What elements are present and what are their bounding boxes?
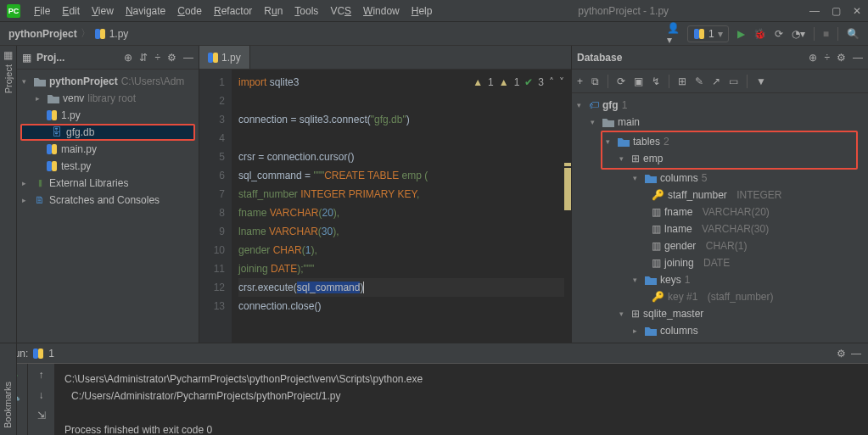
- menu-window[interactable]: Window: [358, 3, 405, 19]
- collapse-icon[interactable]: ÷: [154, 52, 160, 64]
- chevron-right-icon[interactable]: ▸: [22, 196, 31, 204]
- profile-icon[interactable]: ◔▾: [792, 28, 805, 40]
- gear-icon[interactable]: ⚙: [837, 348, 846, 360]
- run-config-selector[interactable]: 1 ▾: [687, 25, 729, 42]
- maximize-icon[interactable]: ▢: [832, 5, 841, 17]
- project-tool-label[interactable]: Project: [3, 61, 14, 97]
- tree-item-testpy[interactable]: test.py: [17, 158, 199, 175]
- project-view-icon[interactable]: ▦: [22, 52, 31, 64]
- user-icon[interactable]: 👤▾: [667, 28, 679, 40]
- tree-item-gfgdb[interactable]: 🗄 gfg.db: [20, 124, 195, 141]
- db-tables-label: tables: [633, 136, 660, 148]
- menu-view[interactable]: View: [87, 3, 119, 19]
- menu-file[interactable]: File: [29, 3, 55, 19]
- db-tables-folder[interactable]: ▾ tables 2: [602, 133, 856, 150]
- db-sm-columns[interactable]: ▸ columns: [572, 322, 868, 339]
- db-column[interactable]: ▥joining DATE: [572, 254, 868, 271]
- chevron-down-icon[interactable]: ▾: [633, 174, 641, 182]
- db-columns-count: 5: [702, 172, 708, 184]
- db-sqlite-master[interactable]: ▾ ⊞ sqlite_master: [572, 305, 868, 322]
- chevron-down-icon[interactable]: ▾: [22, 77, 31, 86]
- menu-run[interactable]: Run: [259, 3, 288, 19]
- db-column[interactable]: ▥lname VARCHAR(30): [572, 220, 868, 237]
- menu-help[interactable]: Help: [406, 3, 438, 19]
- menu-vcs[interactable]: VCS: [325, 3, 356, 19]
- filter-icon[interactable]: ▼: [756, 75, 766, 87]
- chevron-down-icon[interactable]: ▾: [633, 276, 641, 284]
- menu-refactor[interactable]: Refactor: [209, 3, 257, 19]
- gear-icon[interactable]: ⚙: [837, 52, 846, 64]
- editor-tab-1py[interactable]: 1.py: [199, 46, 250, 69]
- gear-icon[interactable]: ⚙: [167, 52, 176, 64]
- folder-icon: [48, 92, 59, 104]
- add-icon[interactable]: +: [577, 75, 583, 87]
- chevron-down-icon[interactable]: ▾: [591, 118, 599, 126]
- tree-external-libs[interactable]: ▸ ⦀ External Libraries: [17, 175, 199, 192]
- duplicate-icon[interactable]: ⧉: [591, 75, 599, 87]
- database-tree: ▾ 🏷 gfg 1 ▾ main ▾ tables 2 ▾ ⊞: [572, 93, 868, 343]
- tree-item-1py[interactable]: 1.py: [17, 107, 199, 124]
- menu-navigate[interactable]: Navigate: [120, 3, 171, 19]
- db-column[interactable]: ▥gender CHAR(1): [572, 237, 868, 254]
- chevron-up-icon[interactable]: ˄: [549, 73, 554, 92]
- project-tool-icon[interactable]: ▦: [3, 49, 13, 61]
- hide-icon[interactable]: —: [183, 52, 193, 64]
- jump-icon[interactable]: ↗: [712, 75, 720, 87]
- expand-icon[interactable]: ⇵: [139, 52, 148, 64]
- console-icon[interactable]: ▭: [729, 75, 738, 87]
- target-icon[interactable]: ⊕: [124, 52, 132, 64]
- db-column[interactable]: 🔑staff_number INTEGER: [572, 187, 868, 204]
- run-button-icon[interactable]: ▶: [737, 28, 745, 40]
- error-stripe[interactable]: [563, 70, 571, 343]
- menu-code[interactable]: Code: [172, 3, 207, 19]
- chevron-down-icon[interactable]: ▾: [619, 310, 628, 318]
- debug-button-icon[interactable]: 🐞: [753, 28, 766, 40]
- breadcrumb-file[interactable]: 1.py: [94, 28, 129, 40]
- tx-icon[interactable]: ↯: [652, 75, 660, 87]
- coverage-icon[interactable]: ⟳: [775, 28, 783, 40]
- breadcrumb-project[interactable]: pythonProject: [8, 28, 77, 40]
- db-datasource[interactable]: ▾ 🏷 gfg 1: [572, 97, 868, 114]
- chevron-down-icon[interactable]: ▾: [577, 101, 585, 109]
- chevron-right-icon[interactable]: ▸: [633, 326, 641, 335]
- db-column[interactable]: ▥fname VARCHAR(20): [572, 204, 868, 220]
- window-title: pythonProject - 1.py: [437, 5, 809, 17]
- close-icon[interactable]: ✕: [853, 5, 861, 17]
- inspection-widget[interactable]: ▲1 ▲1 ✔3 ˄˅: [473, 73, 564, 92]
- db-keys-folder[interactable]: ▾ keys 1: [572, 271, 868, 288]
- code-area[interactable]: ▲1 ▲1 ✔3 ˄˅ import sqlite3 connection = …: [232, 70, 571, 343]
- bookmarks-label[interactable]: Bookmarks: [3, 382, 13, 428]
- stop-button-icon[interactable]: ■: [823, 28, 829, 40]
- db-table-emp[interactable]: ▾ ⊞ emp: [602, 150, 856, 167]
- chevron-down-icon[interactable]: ▾: [606, 137, 614, 146]
- chevron-right-icon[interactable]: ▸: [22, 179, 31, 187]
- table-icon[interactable]: ⊞: [678, 75, 686, 87]
- tree-item-venv[interactable]: ▸ venv library root: [17, 90, 199, 107]
- tree-item-mainpy[interactable]: main.py: [17, 141, 199, 158]
- editor-body[interactable]: 12345678910111213 ▲1 ▲1 ✔3 ˄˅ import sql…: [199, 70, 571, 343]
- chevron-right-icon[interactable]: ▸: [36, 94, 44, 103]
- collapse-icon[interactable]: ÷: [824, 52, 830, 64]
- search-icon[interactable]: 🔍: [847, 28, 860, 40]
- minimize-icon[interactable]: —: [809, 5, 820, 17]
- menu-edit[interactable]: Edit: [57, 3, 85, 19]
- menu-tools[interactable]: Tools: [289, 3, 323, 19]
- tree-scratches[interactable]: ▸ 🗎 Scratches and Consoles: [17, 192, 199, 209]
- tree-root[interactable]: ▾ pythonProject C:\Users\Adm: [17, 73, 199, 90]
- edit-icon[interactable]: ✎: [695, 75, 703, 87]
- down-icon[interactable]: ↓: [39, 389, 44, 401]
- chevron-down-icon[interactable]: ▾: [619, 154, 628, 163]
- tree-item-label: 1.py: [61, 109, 81, 121]
- db-schema-main[interactable]: ▾ main: [572, 114, 868, 131]
- db-col-type: CHAR(1): [706, 240, 748, 252]
- hide-icon[interactable]: —: [851, 348, 861, 360]
- refresh-icon[interactable]: ⟳: [617, 75, 625, 87]
- run-output[interactable]: C:\Users\Administrator\PycharmProjects\p…: [54, 364, 868, 435]
- stop-icon[interactable]: ▣: [634, 75, 643, 87]
- wrap-icon[interactable]: ⇲: [37, 410, 46, 421]
- hide-icon[interactable]: —: [853, 52, 863, 64]
- up-icon[interactable]: ↑: [39, 369, 44, 381]
- target-icon[interactable]: ⊕: [809, 52, 817, 64]
- db-key[interactable]: 🔑key #1 (staff_number): [572, 288, 868, 305]
- db-columns-folder[interactable]: ▾ columns 5: [572, 170, 868, 187]
